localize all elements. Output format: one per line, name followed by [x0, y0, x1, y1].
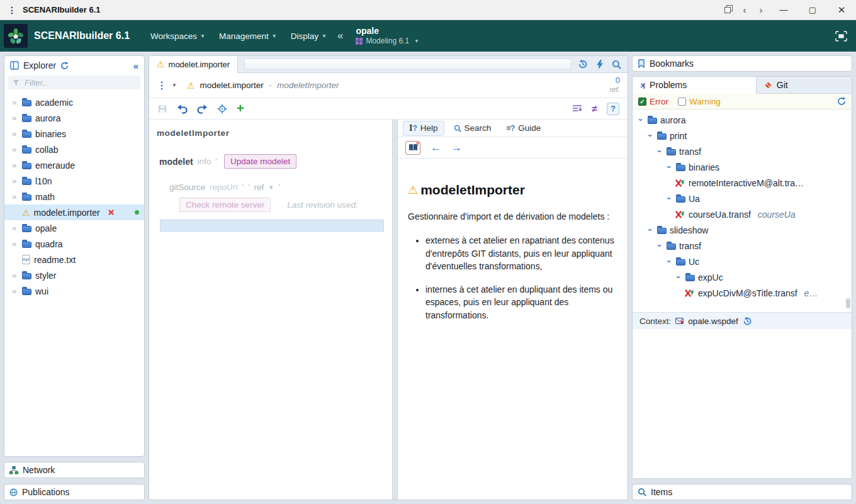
- help-back-icon[interactable]: ←: [431, 142, 441, 154]
- fit-screen-icon[interactable]: [835, 31, 847, 42]
- maximize-button[interactable]: ▢: [798, 0, 827, 20]
- item-label: emeraude: [35, 160, 75, 171]
- workspace-mode: Modeling 6.1: [366, 36, 409, 46]
- redo-button[interactable]: [197, 104, 208, 114]
- model-form: modeletImporter modelet info ' Update mo…: [149, 120, 392, 500]
- explorer-item-modelet-importer[interactable]: » ⚠ modelet.importer: [4, 204, 144, 220]
- explorer-item-wui[interactable]: »wui: [4, 283, 144, 299]
- error-checkbox[interactable]: ✓: [638, 98, 646, 106]
- dropdown-chevron-icon[interactable]: ▼: [268, 184, 274, 191]
- network-panel-header[interactable]: Network: [4, 462, 145, 478]
- refresh-icon[interactable]: [837, 97, 846, 106]
- folder-icon: [676, 259, 685, 266]
- gitsource-label: gitSource: [169, 182, 205, 192]
- refresh-icon[interactable]: [60, 62, 69, 70]
- explorer-item-readme[interactable]: »TXTreadme.txt: [4, 252, 144, 267]
- add-button[interactable]: +: [237, 102, 244, 115]
- split-divider[interactable]: [392, 120, 398, 500]
- close-button[interactable]: ✕: [827, 0, 856, 20]
- problems-error-item[interactable]: expUcDivM@sTitle.transf e…: [633, 285, 852, 301]
- problems-node-expuc[interactable]: ›expUc: [633, 269, 852, 285]
- reference-count[interactable]: 0: [616, 76, 620, 86]
- item-name-suffix: e…: [804, 288, 818, 298]
- collapse-menu-icon[interactable]: «: [337, 30, 343, 42]
- breadcrumb-item[interactable]: modelet.importer: [200, 81, 263, 90]
- scrollbar-thumb[interactable]: [846, 298, 850, 308]
- filter-input[interactable]: [23, 77, 136, 88]
- explorer-item-academic[interactable]: »academic: [4, 94, 144, 110]
- explorer-item-emeraude[interactable]: »emeraude: [4, 157, 144, 173]
- search-icon[interactable]: [612, 60, 621, 69]
- problems-node-print[interactable]: ›print: [633, 128, 852, 143]
- menu-management[interactable]: Management▼: [212, 20, 284, 52]
- problems-error-item[interactable]: courseUa.transf courseUa: [633, 206, 852, 222]
- history-icon[interactable]: [743, 316, 752, 326]
- explorer-item-aurora[interactable]: »aurora: [4, 110, 144, 126]
- problems-filterbar: ✓ Error Warning: [633, 94, 852, 109]
- undo-button[interactable]: [177, 104, 188, 114]
- explorer-item-math[interactable]: »math: [4, 189, 144, 204]
- problems-node-binaries[interactable]: ›binaries: [633, 159, 852, 175]
- menu-workspaces[interactable]: Workspaces▼: [144, 20, 212, 52]
- minimize-button[interactable]: —: [769, 0, 798, 20]
- explorer-item-quadra[interactable]: »quadra: [4, 236, 144, 252]
- tab-help-label: Help: [420, 123, 438, 133]
- save-button[interactable]: [157, 104, 167, 114]
- overlapping-windows-icon[interactable]: [720, 4, 736, 15]
- help-book-button[interactable]: ?: [405, 141, 420, 155]
- explorer-item-l10n[interactable]: »l10n: [4, 173, 144, 189]
- problems-node-uc[interactable]: ›Uc: [633, 254, 852, 269]
- problems-node-ua[interactable]: ›Ua: [633, 191, 852, 206]
- network-panel-label: Network: [23, 465, 55, 475]
- tab-modelet-importer[interactable]: ⚠ modelet.importer: [149, 56, 238, 73]
- publications-icon: [9, 488, 18, 496]
- tab-help[interactable]: I? Help: [403, 121, 444, 136]
- workspace-switcher[interactable]: opale Modeling 6.1 ▼: [356, 26, 419, 47]
- explorer-item-styler[interactable]: »styler: [4, 267, 144, 283]
- item-label: math: [35, 192, 55, 202]
- problems-node-transf[interactable]: ›transf: [633, 143, 852, 159]
- tab-search[interactable]: Search: [448, 121, 497, 135]
- lightning-icon[interactable]: [597, 60, 603, 69]
- repourl-attr-label: repoUrl: [210, 182, 237, 192]
- check-remote-server-button[interactable]: Check remote server: [179, 198, 271, 212]
- explorer-item-opale[interactable]: »opale: [4, 220, 144, 236]
- help-panel: I? Help Search ≡? Guide: [398, 120, 628, 500]
- help-forward-icon[interactable]: →: [451, 142, 462, 154]
- locate-target-button[interactable]: [217, 104, 227, 114]
- problems-node-slideshow[interactable]: ›slideshow: [633, 222, 852, 238]
- tab-guide[interactable]: ≡? Guide: [500, 121, 546, 135]
- warning-checkbox[interactable]: [678, 98, 686, 106]
- error-item-icon: [675, 179, 685, 187]
- context-value[interactable]: opale.wspdef: [688, 316, 738, 326]
- problems-node-aurora[interactable]: ›aurora: [633, 112, 852, 128]
- problems-node-transf2[interactable]: ›transf: [633, 238, 852, 254]
- nav-back-icon[interactable]: ‹: [736, 4, 753, 15]
- menu-display[interactable]: Display▼: [284, 20, 334, 52]
- help-toggle-button[interactable]: ?: [607, 103, 619, 115]
- nav-forward-icon[interactable]: ›: [753, 4, 769, 15]
- folder-icon: [22, 194, 31, 201]
- publications-panel-header[interactable]: Publications: [4, 484, 145, 500]
- explorer-item-binaries[interactable]: »binaries: [4, 126, 144, 142]
- value-input[interactable]: [160, 220, 384, 232]
- folder-icon: [22, 289, 31, 295]
- item-menu-kebab-icon[interactable]: ⋮: [157, 79, 167, 91]
- tab-problems[interactable]: ×! Problems: [633, 77, 757, 94]
- window-menu-icon[interactable]: ⋮: [8, 5, 16, 15]
- explorer-item-collab[interactable]: »collab: [4, 142, 144, 157]
- compare-not-equal-button[interactable]: ≠: [592, 103, 597, 115]
- warning-icon: ⚠: [157, 60, 165, 69]
- chevron-down-icon[interactable]: ▼: [172, 82, 177, 88]
- folder-icon: [22, 226, 31, 232]
- explorer-filter[interactable]: [8, 76, 140, 89]
- tab-git[interactable]: Git: [757, 77, 852, 93]
- warning-icon: ⚠: [408, 184, 418, 196]
- update-modelet-button[interactable]: Update modelet: [224, 154, 296, 169]
- collapse-panel-icon[interactable]: «: [133, 60, 138, 71]
- items-panel-header[interactable]: Items: [632, 484, 852, 500]
- history-icon[interactable]: [578, 59, 588, 69]
- bookmarks-panel-header[interactable]: Bookmarks: [632, 55, 852, 72]
- problems-error-item[interactable]: remoteInteractiveM@alt.tra…: [633, 175, 852, 191]
- import-lines-icon[interactable]: [572, 104, 582, 113]
